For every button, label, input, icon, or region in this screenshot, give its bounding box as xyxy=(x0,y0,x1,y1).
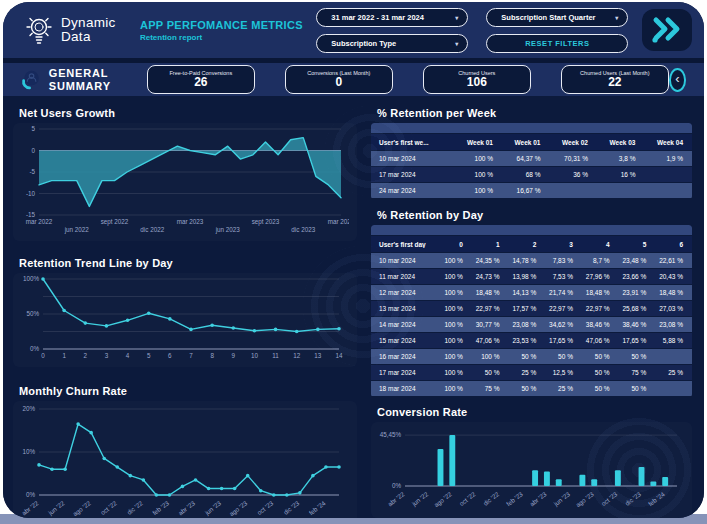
table-cell: 50 % xyxy=(509,385,546,392)
summary-title: GENERAL SUMMARY xyxy=(49,67,111,92)
double-chevron-right-button[interactable] xyxy=(642,9,692,51)
table-row: 17 mar 2024100 %50 %25 %12,5 %50 %75 %25… xyxy=(371,365,692,380)
svg-text:100%: 100% xyxy=(23,275,40,282)
logo: Dynamic Data xyxy=(23,12,134,48)
table-cell: 14,78 % xyxy=(509,257,546,264)
table-cell: 10 mar 2024 xyxy=(371,155,454,162)
table-cell: 13 mar 2024 xyxy=(371,305,435,312)
subscription-start-quarter-value: Subscription Start Quarter xyxy=(501,13,595,22)
svg-text:-15: -15 xyxy=(26,211,36,218)
kpi-value: 26 xyxy=(194,76,207,89)
kpi-card: Churned Users106 xyxy=(423,65,531,94)
table-cell: 23,48 % xyxy=(619,257,656,264)
svg-text:jun '23: jun '23 xyxy=(552,490,573,509)
net-users-growth-chart: 50-5-10-15mar 2022jun 2022sept 2022dic 2… xyxy=(13,123,349,237)
table-cell: 8,7 % xyxy=(582,257,619,264)
subscription-type-value: Subscription Type xyxy=(331,39,396,48)
table-header-row: User's first we...Week 01Week 01Week 02W… xyxy=(371,134,692,150)
retention-trend-panel: 100%50%0%01234567891011121314 xyxy=(13,273,357,367)
kpi-value: 0 xyxy=(335,76,342,89)
kpi-cards: Free-to-Paid Conversions26Conversions (L… xyxy=(147,65,669,94)
svg-text:feb '23: feb '23 xyxy=(505,490,524,507)
table-row: 24 mar 2024100 %16,67 % xyxy=(371,183,692,198)
table-cell: 11 mar 2024 xyxy=(371,273,435,280)
table-cell: 23,08 % xyxy=(655,321,692,328)
table-cell: 30,77 % xyxy=(472,321,509,328)
svg-text:5: 5 xyxy=(31,125,35,132)
right-column: % Retention per Week User's first we...W… xyxy=(371,102,692,518)
svg-text:feb '24: feb '24 xyxy=(308,499,327,516)
svg-text:ago '22: ago '22 xyxy=(71,499,92,518)
svg-text:oct '22: oct '22 xyxy=(99,499,118,516)
back-circle-button[interactable]: ‹ xyxy=(669,68,686,92)
section-title-conversion-rate: Conversion Rate xyxy=(377,406,692,418)
lightbulb-icon xyxy=(23,12,55,48)
table-cell: 100 % xyxy=(435,385,472,392)
svg-text:14: 14 xyxy=(335,352,343,359)
table-cell: 16,67 % xyxy=(502,187,550,194)
summary-bar: GENERAL SUMMARY Free-to-Paid Conversions… xyxy=(3,63,704,96)
kpi-card: Free-to-Paid Conversions26 xyxy=(147,65,255,94)
svg-text:feb '24: feb '24 xyxy=(647,490,666,507)
table-cell: 27,96 % xyxy=(582,273,619,280)
section-title-retention-week: % Retention per Week xyxy=(377,107,692,119)
svg-text:0%: 0% xyxy=(26,491,36,498)
table-cell: 24,73 % xyxy=(472,273,509,280)
table-cell: 22,97 % xyxy=(545,305,582,312)
table-cell: 70,31 % xyxy=(549,155,597,162)
double-chevron-right-icon xyxy=(649,15,685,45)
section-title-retention-trend: Retention Trend Line by Day xyxy=(19,257,357,269)
table-cell: 23,53 % xyxy=(509,337,546,344)
svg-text:mar 2023: mar 2023 xyxy=(177,218,204,225)
kpi-value: 106 xyxy=(467,76,487,89)
kpi-value: 22 xyxy=(608,76,621,89)
table-cell: 17 mar 2024 xyxy=(371,369,435,376)
retention-trend-chart: 100%50%0%01234567891011121314 xyxy=(13,273,349,363)
table-row: 14 mar 2024100 %30,77 %23,08 %34,62 %38,… xyxy=(371,317,692,332)
column-header: Week 01 xyxy=(454,139,502,146)
table-cell: 23,91 % xyxy=(619,289,656,296)
subscription-start-quarter-dropdown[interactable]: Subscription Start Quarter ▾ xyxy=(486,8,628,27)
column-header: 1 xyxy=(472,241,509,248)
column-header: User's first day xyxy=(371,241,435,248)
date-range-dropdown[interactable]: 31 mar 2022 - 31 mar 2024 ▾ xyxy=(316,8,468,27)
svg-text:oct '23: oct '23 xyxy=(600,490,619,507)
column-header: Week 04 xyxy=(644,139,692,146)
svg-text:mar 2022: mar 2022 xyxy=(26,218,53,225)
svg-text:dic '22: dic '22 xyxy=(482,490,501,507)
table-cell: 22,61 % xyxy=(655,257,692,264)
svg-text:0: 0 xyxy=(31,147,35,154)
chevron-down-icon: ▾ xyxy=(615,14,618,21)
svg-text:4: 4 xyxy=(126,352,130,359)
table-cell: 16 mar 2024 xyxy=(371,353,435,360)
table-cell: 68 % xyxy=(502,171,550,178)
conversion-rate-chart: 45,45%0%abr '22jun '22ago '22oct '22dic … xyxy=(371,422,689,514)
svg-text:jun 2022: jun 2022 xyxy=(64,226,90,234)
svg-text:20%: 20% xyxy=(22,405,35,412)
date-range-value: 31 mar 2022 - 31 mar 2024 xyxy=(331,13,424,22)
svg-text:-10: -10 xyxy=(26,190,36,197)
reset-filters-button[interactable]: RESET FILTERS xyxy=(486,34,628,53)
table-cell: 100 % xyxy=(454,187,502,194)
title-block: APP PERFOMANCE METRICS Retention report xyxy=(140,19,316,42)
conversion-rate-panel: 45,45%0%abr '22jun '22ago '22oct '22dic … xyxy=(371,422,692,518)
table-cell: 100 % xyxy=(435,257,472,264)
svg-text:abr '23: abr '23 xyxy=(177,499,197,517)
svg-text:2: 2 xyxy=(84,352,88,359)
table-row: 10 mar 2024100 %64,37 %70,31 %3,8 %1,9 % xyxy=(371,151,692,166)
svg-text:dic '23: dic '23 xyxy=(624,490,643,507)
svg-text:6: 6 xyxy=(168,352,172,359)
table-row: 16 mar 2024100 %100 %50 %50 %50 %50 % xyxy=(371,349,692,364)
table-cell: 25 % xyxy=(545,385,582,392)
filter-column-2: Subscription Start Quarter ▾ RESET FILTE… xyxy=(486,8,628,53)
table-cell: 20,43 % xyxy=(655,273,692,280)
svg-text:50%: 50% xyxy=(26,310,39,317)
table-row: 17 mar 2024100 %68 %36 %16 % xyxy=(371,167,692,182)
table-row: 15 mar 2024100 %47,06 %23,53 %17,65 %47,… xyxy=(371,333,692,348)
svg-text:dic '22: dic '22 xyxy=(125,499,144,516)
table-top-strip xyxy=(371,225,692,235)
column-header: 2 xyxy=(509,241,546,248)
table-cell: 50 % xyxy=(545,353,582,360)
table-cell: 75 % xyxy=(472,385,509,392)
subscription-type-dropdown[interactable]: Subscription Type ▾ xyxy=(316,34,468,53)
